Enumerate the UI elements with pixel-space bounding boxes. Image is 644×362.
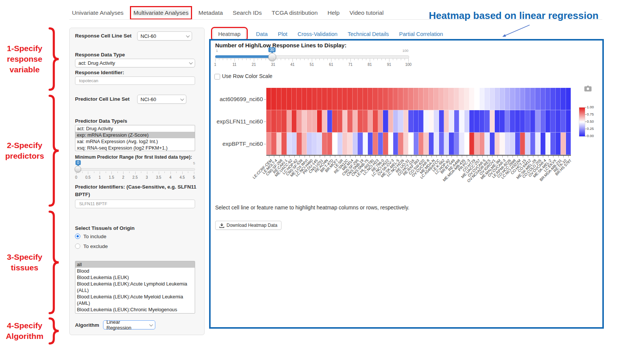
heatmap-cell[interactable] [271,110,276,133]
heatmap-cell[interactable] [363,133,368,155]
heatmap-cell[interactable] [474,110,479,133]
heatmap-cell[interactable] [535,110,540,133]
heatmap-cell[interactable] [530,88,535,110]
tissue-include-label[interactable]: To include [83,234,106,239]
heatmap-cell[interactable] [383,133,388,155]
heatmap-cell[interactable] [561,88,566,110]
heatmap-cell[interactable] [307,133,312,155]
min-range-slider-handle[interactable] [75,166,81,172]
heatmap-cell[interactable] [277,88,281,110]
tab-heatmap[interactable]: Heatmap [213,29,246,39]
min-range-slider-track[interactable] [75,168,195,171]
heatmap-cell[interactable] [347,88,352,110]
heatmap-cell[interactable] [266,88,271,110]
heatmap-cell[interactable] [403,88,408,110]
heatmap-cell[interactable] [292,133,297,155]
heatmap-cell[interactable] [388,133,393,155]
heatmap-cell[interactable] [464,88,469,110]
heatmap-cell[interactable] [556,110,561,133]
heatmap-cell[interactable] [510,110,515,133]
heatmap-cell[interactable] [424,88,428,110]
heatmap-cell[interactable] [444,133,449,155]
heatmap-cell[interactable] [332,110,337,133]
heatmap-cell[interactable] [525,110,530,133]
heatmap-cell[interactable] [287,88,292,110]
heatmap-cell[interactable] [535,88,540,110]
heatmap-cell[interactable] [383,88,388,110]
heatmap-cell[interactable] [327,133,332,155]
heatmap-cell[interactable] [525,133,530,155]
tab-partial-correlation[interactable]: Partial Correlation [399,31,443,37]
heatmap-cell[interactable] [317,133,322,155]
heatmap-cell[interactable] [474,88,479,110]
heatmap-cell[interactable] [342,110,347,133]
heatmap-cell[interactable] [550,110,555,133]
heatmap-cell[interactable] [312,88,317,110]
heatmap-cell[interactable] [317,88,322,110]
heatmap-cell[interactable] [469,133,474,155]
heatmap-cell[interactable] [566,88,571,110]
heatmap-cell[interactable] [393,88,398,110]
heatmap-cell[interactable] [347,110,352,133]
heatmap-cell[interactable] [515,110,520,133]
heatmap-cell[interactable] [292,88,297,110]
heatmap-cell[interactable] [449,110,454,133]
heatmap-cell[interactable] [530,110,535,133]
heatmap-cell[interactable] [271,88,276,110]
heatmap-cell[interactable] [383,110,388,133]
heatmap-row-label[interactable]: expSLFN11_nci60 [214,118,263,125]
heatmap-cell[interactable] [480,88,485,110]
predictor-data-type-option[interactable]: act: Drug Activity [75,125,195,132]
heatmap-cell[interactable] [541,88,546,110]
predictor-data-type-option[interactable]: xai: mRNA Expression (Avg. log2 Int.) [75,138,195,145]
heatmap-cell[interactable] [266,110,271,133]
heatmap-cell[interactable] [398,110,403,133]
download-heatmap-data-button[interactable]: Download Heatmap Data [215,221,281,230]
heatmap-cell[interactable] [342,133,347,155]
heatmap-cell[interactable] [358,110,363,133]
heatmap-cell[interactable] [505,110,510,133]
predictor-cell-line-set-select[interactable]: NCI-60 [137,95,186,104]
heatmap-cell[interactable] [419,110,424,133]
heatmap-cell[interactable] [566,110,571,133]
heatmap-cell[interactable] [378,133,383,155]
heatmap-cell[interactable] [485,88,489,110]
heatmap-cell[interactable] [287,133,292,155]
heatmap-cell[interactable] [530,133,535,155]
heatmap-cell[interactable] [338,88,342,110]
heatmap-cell[interactable] [322,110,327,133]
heatmap-cell[interactable] [429,88,434,110]
heatmap-cell[interactable] [414,88,419,110]
heatmap-cell[interactable] [312,110,317,133]
heatmap-cell[interactable] [358,88,363,110]
heatmap-cell[interactable] [515,133,520,155]
heatmap-cell[interactable] [480,133,485,155]
heatmap-cell[interactable] [424,133,428,155]
heatmap-cell[interactable] [546,110,550,133]
heatmap-cell[interactable] [353,88,358,110]
tissue-option[interactable]: Blood:Leukemia (LEUK):Chronic Myelogenou… [75,306,195,314]
heatmap-cell[interactable] [469,88,474,110]
tissue-option[interactable]: Blood:Leukemia (LEUK) [75,274,195,281]
heatmap-cell[interactable] [302,88,307,110]
heatmap-cell[interactable] [373,133,378,155]
heatmap-cell[interactable] [353,133,358,155]
tissue-option[interactable]: all [75,261,195,268]
heatmap-cell[interactable] [429,133,434,155]
heatmap-cell[interactable] [408,110,413,133]
heatmap-cell[interactable] [297,110,302,133]
response-cell-line-set-select[interactable]: NCI-60 [137,31,192,41]
nav-item-metadata[interactable]: Metadata [199,9,223,16]
heatmap-cell[interactable] [566,133,571,155]
nav-item-tcga-distribution[interactable]: TCGA distribution [272,9,317,16]
heatmap-cell[interactable] [490,110,495,133]
heatmap-cell[interactable] [393,110,398,133]
heatmap-cell[interactable] [480,110,485,133]
nav-item-video-tutorial[interactable]: Video tutorial [349,9,383,16]
heatmap-cell[interactable] [505,88,510,110]
heatmap-cell[interactable] [398,88,403,110]
response-identifier-input[interactable]: topotecan [75,76,195,85]
heatmap-cell[interactable] [510,133,515,155]
tissue-exclude-label[interactable]: To exclude [83,243,108,249]
heatmap-cell[interactable] [444,88,449,110]
